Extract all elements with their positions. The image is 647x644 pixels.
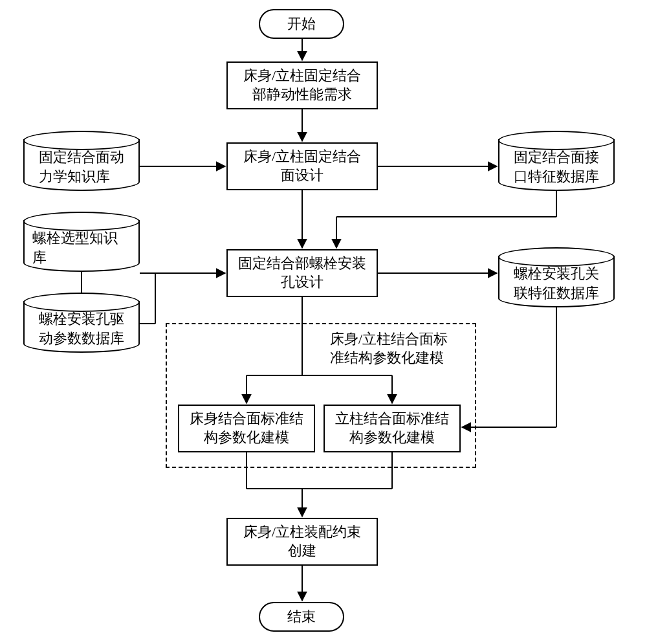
process-bolt-hole-design: 固定结合部螺栓安装 孔设计	[226, 249, 378, 297]
db-bolt-select-kb: 螺栓选型知识 库	[23, 220, 140, 272]
db-dynamics-kb-text: 固定结合面动 力学知识库	[39, 148, 124, 186]
process-surface-design: 床身/立柱固定结合 面设计	[226, 142, 378, 190]
db-bolt-select-kb-text: 螺栓选型知识 库	[32, 228, 131, 267]
end-label: 结束	[287, 607, 316, 627]
process-surface-design-text: 床身/立柱固定结合 面设计	[243, 148, 361, 184]
process-column-model-text: 立柱结合面标准结 构参数化建模	[335, 410, 449, 447]
db-bolt-hole-param: 螺栓安装孔驱 动参数数据库	[23, 301, 140, 353]
process-bolt-hole-design-text: 固定结合部螺栓安装 孔设计	[238, 254, 366, 291]
process-column-model: 立柱结合面标准结 构参数化建模	[324, 405, 461, 452]
start-label: 开始	[287, 14, 316, 34]
process-bed-model: 床身结合面标准结 构参数化建模	[178, 405, 315, 452]
process-requirements-text: 床身/立柱固定结合 部静动性能需求	[243, 67, 361, 104]
db-bolt-hole-relation: 螺栓安装孔关 联特征数据库	[498, 256, 615, 307]
db-bolt-hole-param-text: 螺栓安装孔驱 动参数数据库	[39, 309, 124, 348]
process-assembly-constraint: 床身/立柱装配约束 创建	[226, 518, 378, 566]
db-bolt-hole-relation-text: 螺栓安装孔关 联特征数据库	[514, 264, 599, 302]
start-terminator: 开始	[259, 9, 344, 39]
dashed-group-label: 床身/立柱结合面标 准结构参数化建模	[330, 330, 472, 367]
process-assembly-constraint-text: 床身/立柱装配约束 创建	[243, 523, 361, 560]
process-bed-model-text: 床身结合面标准结 构参数化建模	[190, 410, 303, 447]
process-requirements: 床身/立柱固定结合 部静动性能需求	[226, 61, 378, 109]
db-dynamics-kb: 固定结合面动 力学知识库	[23, 139, 140, 191]
end-terminator: 结束	[259, 602, 344, 632]
db-interface-feature-text: 固定结合面接 口特征数据库	[514, 148, 599, 186]
db-interface-feature: 固定结合面接 口特征数据库	[498, 139, 615, 191]
